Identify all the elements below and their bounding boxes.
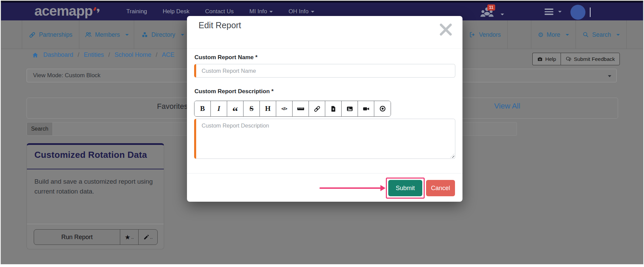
search-label: Search: [27, 122, 53, 136]
brand-logo[interactable]: acemapp: [34, 3, 93, 19]
video-button[interactable]: [358, 101, 374, 116]
hamburger-icon: [545, 9, 558, 15]
file-upload-icon: [330, 105, 337, 112]
star-icon: ★: [125, 233, 130, 241]
subnav-item-directory[interactable]: Directory: [134, 20, 192, 49]
close-icon[interactable]: [438, 22, 454, 39]
nav-item-training[interactable]: Training: [126, 8, 147, 15]
page: acemapp Training Help Desk Contact Us MI…: [1, 1, 643, 264]
connections-menu[interactable]: 11: [479, 6, 501, 20]
report-description-label: Custom Report Description *: [194, 88, 273, 95]
chain-link-icon: [29, 31, 36, 38]
search-icon: [582, 31, 589, 38]
breadcrumb-current: ACE: [162, 51, 174, 59]
breadcrumb-separator: /: [156, 51, 157, 59]
home-icon: [32, 52, 39, 59]
blockquote-button[interactable]: “: [227, 101, 244, 116]
editor-toolbar: B I “ S H </>: [194, 101, 391, 117]
nav-item-help-desk[interactable]: Help Desk: [163, 8, 189, 15]
breadcrumb-dashboard[interactable]: Dashboard: [43, 51, 73, 59]
custom-report-card: Customized Rotation Data Build and save …: [27, 143, 164, 249]
favorites-title: Favorites: [157, 102, 188, 111]
subnav-item-members[interactable]: Members: [79, 20, 134, 49]
chevron-down-icon: [181, 34, 184, 36]
annotation-highlight-box: [386, 178, 425, 199]
subnav-item-more[interactable]: ⚙ More: [531, 20, 576, 49]
view-all-link[interactable]: View All: [494, 102, 520, 111]
strikethrough-button[interactable]: S: [244, 101, 260, 116]
feedback-chat-icon: [565, 56, 571, 62]
breadcrumb-school-home[interactable]: School Home: [114, 51, 151, 59]
nav-item-mi-info[interactable]: MI Info: [249, 8, 273, 15]
help-kit-icon: [537, 56, 543, 62]
breadcrumb-entities[interactable]: Entities: [84, 51, 104, 59]
eye-icon: [379, 105, 386, 112]
chevron-down-icon: [311, 11, 314, 13]
brand-apostrophe-icon: [93, 4, 101, 20]
brand-text: acemapp: [34, 3, 93, 19]
modal-footer-divider: [187, 173, 462, 173]
card-button-group: Run Report ★ .. ..: [34, 229, 158, 245]
report-name-label: Custom Report Name *: [194, 54, 257, 61]
page-action-buttons: Help Submit Feedback: [532, 53, 620, 65]
preview-button[interactable]: [374, 101, 391, 116]
report-description-field: [194, 119, 455, 159]
chevron-down-icon: [125, 34, 129, 36]
annotation-arrow: [319, 187, 381, 189]
nav-item-contact-us[interactable]: Contact Us: [205, 8, 234, 15]
chevron-down-icon: [616, 34, 620, 36]
bold-button[interactable]: B: [194, 101, 211, 116]
chevron-down-icon: [608, 75, 611, 77]
text-cursor: [590, 7, 591, 17]
report-description-textarea[interactable]: [194, 119, 455, 159]
report-name-input[interactable]: [194, 64, 455, 78]
gear-icon: ⚙: [538, 32, 544, 38]
chevron-down-icon: [501, 14, 504, 15]
submit-feedback-button[interactable]: Submit Feedback: [561, 53, 620, 65]
chevron-down-icon: [269, 11, 273, 13]
cancel-button[interactable]: Cancel: [426, 180, 455, 196]
chevron-down-icon: [558, 11, 562, 13]
directory-blocks-icon: [141, 31, 148, 38]
hamburger-menu[interactable]: [545, 9, 558, 16]
run-report-button[interactable]: Run Report: [34, 230, 120, 245]
subnav-item-vendors[interactable]: Vendors: [462, 20, 508, 49]
image-button[interactable]: [342, 101, 358, 116]
modal-header-divider: [187, 48, 462, 49]
members-icon: [84, 31, 92, 38]
code-button[interactable]: </>: [276, 101, 293, 116]
video-camera-icon: [362, 105, 370, 113]
notification-badge: 11: [487, 4, 495, 11]
user-avatar[interactable]: [570, 5, 585, 20]
card-footer-divider: [27, 224, 164, 224]
horizontal-rule-button[interactable]: [293, 101, 309, 116]
image-icon: [346, 105, 354, 113]
edit-report-modal: Edit Report Custom Report Name * Custom …: [187, 16, 462, 202]
breadcrumb-separator: /: [78, 51, 79, 59]
breadcrumb: Dashboard / Entities / School Home / ACE: [32, 51, 174, 59]
card-title: Customized Rotation Data: [34, 150, 147, 160]
breadcrumb-separator: /: [108, 51, 110, 59]
ruler-icon: [297, 105, 304, 113]
help-button[interactable]: Help: [532, 53, 561, 65]
subnav-item-partnerships[interactable]: Partnerships: [22, 20, 79, 49]
card-description: Build and save a customized report using…: [34, 177, 154, 196]
subnav-spacer-cell: [508, 20, 531, 49]
favorite-report-button[interactable]: ★ ..: [120, 230, 139, 245]
annotation-arrowhead-icon: [380, 185, 386, 191]
chevron-down-icon: [566, 34, 569, 36]
pencil-icon: [143, 234, 150, 240]
nav-item-oh-info[interactable]: OH Info: [288, 8, 314, 15]
modal-title: Edit Report: [199, 20, 241, 30]
card-header-divider: [27, 169, 164, 169]
link-button[interactable]: [309, 101, 325, 116]
sign-out-icon: [469, 31, 476, 38]
file-button[interactable]: [325, 101, 342, 116]
italic-button[interactable]: I: [211, 101, 227, 116]
link-icon: [313, 105, 321, 113]
screenshot-viewport: acemapp Training Help Desk Contact Us MI…: [0, 0, 644, 267]
edit-report-button[interactable]: ..: [139, 230, 157, 245]
subnav-item-search[interactable]: Search: [576, 20, 627, 49]
heading-button[interactable]: H: [260, 101, 276, 116]
